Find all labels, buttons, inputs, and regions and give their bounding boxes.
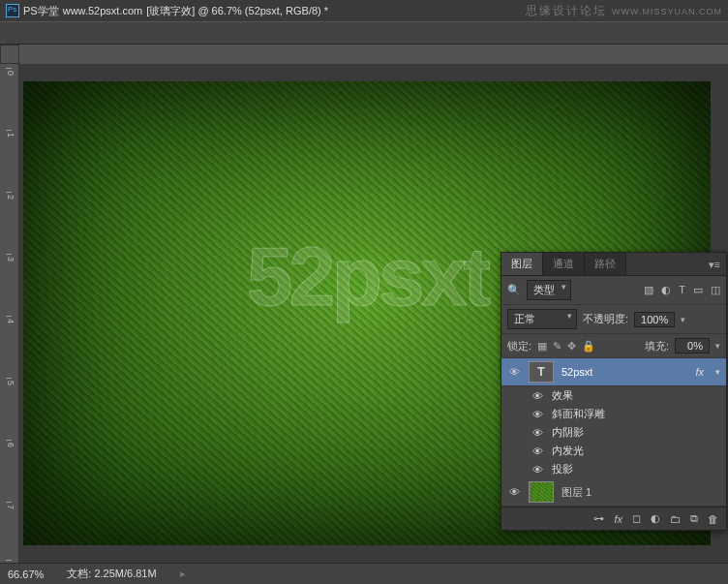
- new-fill-icon[interactable]: ◐: [651, 512, 660, 525]
- blend-mode-dropdown[interactable]: 正常: [507, 309, 577, 329]
- statusbar-chevron-icon[interactable]: ▸: [180, 568, 186, 580]
- lock-position-icon[interactable]: ✥: [567, 340, 576, 353]
- tab-layers[interactable]: 图层: [501, 253, 543, 275]
- add-mask-icon[interactable]: ◻: [632, 512, 641, 525]
- layer-list: 👁 T 52psxt fx ▾ 👁 效果 👁 斜面和浮雕 👁 内阴影 👁 内发光: [501, 358, 726, 507]
- panel-menu-icon[interactable]: ▾≡: [703, 255, 726, 275]
- opacity-label: 不透明度:: [583, 312, 628, 326]
- lock-image-icon[interactable]: ✎: [553, 340, 561, 353]
- add-fx-icon[interactable]: fx: [614, 513, 622, 525]
- text-layer-thumb[interactable]: T: [529, 361, 554, 383]
- ruler-vertical[interactable]: 0 1 2 3 4 5 6 7 8: [0, 64, 19, 563]
- ps-app-icon: [6, 4, 19, 17]
- panel-footer: ⊶ fx ◻ ◐ 🗀 ⧉ 🗑: [501, 507, 726, 530]
- lock-fill-row: 锁定: ▦ ✎ ✥ 🔒 填充: 0% ▾: [501, 334, 726, 358]
- filter-type-dropdown[interactable]: 类型: [527, 280, 571, 300]
- opacity-value[interactable]: 100%: [634, 312, 675, 327]
- lock-all-icon[interactable]: 🔒: [582, 340, 595, 353]
- blend-opacity-row: 正常 不透明度: 100% ▾: [501, 305, 726, 334]
- visibility-toggle-icon[interactable]: 👁: [531, 409, 544, 420]
- lock-label: 锁定:: [507, 339, 531, 353]
- statusbar: 66.67% 文档: 2.25M/6.81M ▸: [0, 563, 728, 584]
- visibility-toggle-icon[interactable]: 👁: [531, 390, 544, 402]
- fill-label: 填充:: [645, 339, 669, 353]
- app-name: PS学堂: [23, 4, 59, 18]
- fx-badge[interactable]: fx: [695, 366, 708, 378]
- watermark: 思缘设计论坛 WWW.MISSYUAN.COM: [526, 3, 722, 19]
- link-layers-icon[interactable]: ⊶: [593, 512, 604, 525]
- new-layer-icon[interactable]: ⧉: [690, 512, 698, 525]
- glass-text-effect: 52psxt: [247, 229, 488, 324]
- lock-transparency-icon[interactable]: ▦: [537, 340, 547, 353]
- filter-pixel-icon[interactable]: ▧: [644, 284, 653, 296]
- visibility-toggle-icon[interactable]: 👁: [507, 486, 521, 498]
- visibility-toggle-icon[interactable]: 👁: [507, 366, 521, 378]
- image-layer-thumb[interactable]: [529, 481, 554, 503]
- layer-item-background[interactable]: 👁 图层 1: [501, 478, 726, 507]
- tab-paths[interactable]: 路径: [585, 253, 626, 275]
- chevron-down-icon[interactable]: ▾: [681, 315, 685, 324]
- delete-layer-icon[interactable]: 🗑: [708, 513, 718, 525]
- filter-smart-icon[interactable]: ◫: [711, 284, 720, 296]
- visibility-toggle-icon[interactable]: 👁: [531, 464, 544, 476]
- visibility-toggle-icon[interactable]: 👁: [531, 427, 544, 439]
- visibility-toggle-icon[interactable]: 👁: [531, 446, 544, 457]
- fill-value[interactable]: 0%: [675, 338, 710, 353]
- filter-adjustment-icon[interactable]: ◐: [661, 284, 671, 296]
- new-group-icon[interactable]: 🗀: [670, 513, 681, 525]
- effect-inner-glow[interactable]: 👁 内发光: [501, 442, 726, 460]
- effect-bevel[interactable]: 👁 斜面和浮雕: [501, 405, 726, 423]
- layer-name[interactable]: 52psxt: [561, 366, 687, 378]
- chevron-down-icon[interactable]: ▾: [715, 341, 720, 351]
- titlebar: PS学堂 www.52psxt.com [玻璃字效] @ 66.7% (52ps…: [0, 0, 728, 21]
- panel-tabs: 图层 通道 路径 ▾≡: [501, 253, 726, 276]
- layers-panel: 图层 通道 路径 ▾≡ 🔍 类型 ▧ ◐ T ▭ ◫ 正常 不透明度: 100%…: [500, 252, 727, 531]
- app-url: www.52psxt.com: [63, 5, 143, 16]
- layer-filter-row: 🔍 类型 ▧ ◐ T ▭ ◫: [501, 276, 726, 305]
- effects-header[interactable]: 👁 效果: [501, 386, 726, 405]
- ruler-corner: [0, 45, 19, 64]
- zoom-level[interactable]: 66.67%: [8, 569, 44, 580]
- filter-shape-icon[interactable]: ▭: [693, 284, 703, 296]
- tab-channels[interactable]: 通道: [543, 253, 585, 275]
- options-bar[interactable]: [0, 21, 728, 45]
- layer-item-text[interactable]: 👁 T 52psxt fx ▾: [501, 358, 726, 386]
- effect-drop-shadow[interactable]: 👁 投影: [501, 460, 726, 478]
- layer-name[interactable]: 图层 1: [561, 485, 720, 500]
- document-title: [玻璃字效] @ 66.7% (52psxt, RGB/8) *: [146, 4, 328, 18]
- search-icon[interactable]: 🔍: [507, 284, 521, 296]
- collapse-arrow-icon[interactable]: ▾: [715, 367, 720, 377]
- filter-text-icon[interactable]: T: [679, 284, 685, 296]
- photoshop-window: PS学堂 www.52psxt.com [玻璃字效] @ 66.7% (52ps…: [0, 0, 728, 584]
- doc-size[interactable]: 文档: 2.25M/6.81M: [67, 567, 156, 581]
- effect-inner-shadow[interactable]: 👁 内阴影: [501, 423, 726, 442]
